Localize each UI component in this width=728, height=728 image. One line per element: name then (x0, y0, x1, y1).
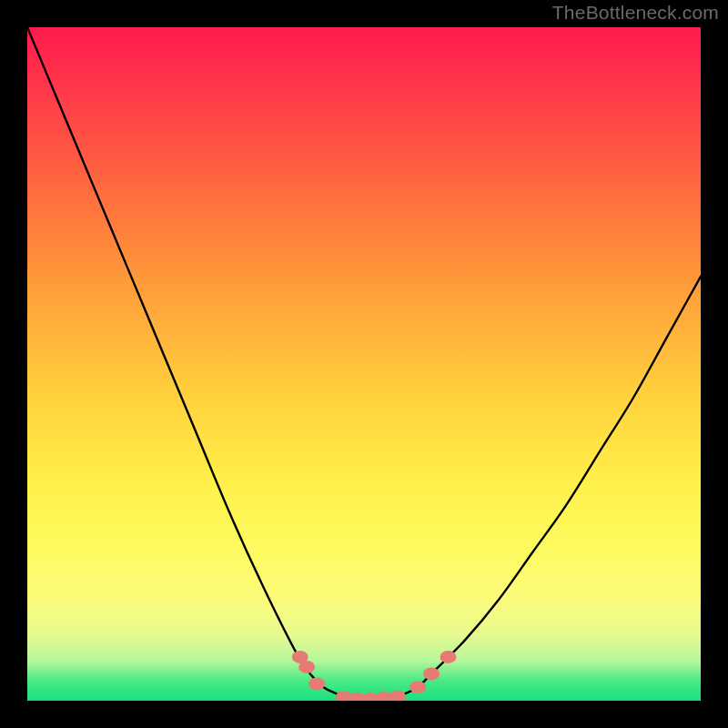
watermark-text: TheBottleneck.com (552, 2, 719, 24)
data-marker (298, 661, 315, 673)
data-markers (292, 651, 457, 701)
bottleneck-curve (27, 27, 701, 701)
data-marker (423, 667, 440, 680)
data-marker (308, 678, 325, 691)
data-marker (389, 691, 406, 701)
chart-svg (27, 27, 701, 701)
chart-frame: TheBottleneck.com (0, 0, 728, 728)
data-marker (440, 651, 457, 663)
data-marker (410, 681, 426, 693)
plot-area (27, 27, 701, 701)
